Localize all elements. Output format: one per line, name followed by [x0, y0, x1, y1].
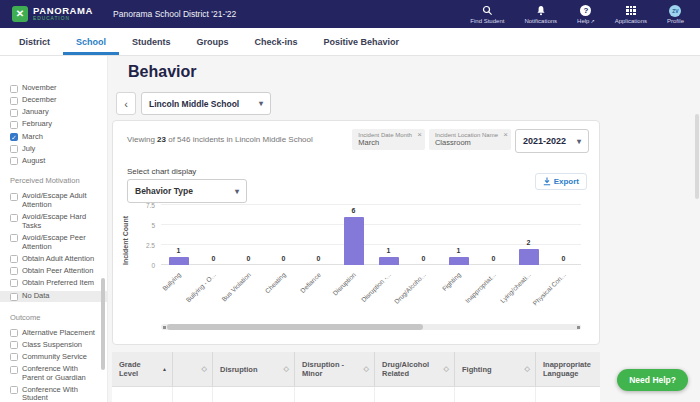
chart-horizontal-scrollbar[interactable] [161, 324, 581, 330]
close-icon[interactable]: × [417, 130, 422, 139]
notifications-button[interactable]: Notifications [524, 5, 557, 24]
filter-item-avoid-escape-peer-attention[interactable]: Avoid/Escape Peer Attention [10, 234, 101, 251]
filter-item-community-service[interactable]: Community Service [10, 353, 101, 362]
checkbox-checked[interactable]: ✓ [10, 133, 18, 141]
bar-value-label: 1 [374, 247, 404, 254]
filter-item-obtain-preferred-item[interactable]: Obtain Preferred Item [10, 279, 101, 288]
need-help-button[interactable]: Need Help? [617, 369, 688, 391]
scrollbar-handle[interactable] [167, 324, 423, 330]
checkbox[interactable] [10, 157, 18, 165]
filter-item-conference-with-parent-or-guardian[interactable]: Conference With Parent or Guardian [10, 365, 101, 382]
filter-item-february[interactable]: February [10, 120, 101, 129]
school-year-dropdown[interactable]: 2021-2022 ▾ [515, 129, 589, 153]
bar-value-label: 0 [304, 255, 334, 262]
filter-item-avoid-escape-hard-tasks[interactable]: Avoid/Escape Hard Tasks [10, 213, 101, 230]
column-header-fighting[interactable]: Fighting◇ [455, 352, 536, 386]
bar-disruption [344, 217, 364, 265]
tab-school[interactable]: School [63, 28, 119, 55]
chevron-down-icon: ▾ [259, 99, 263, 108]
bar-lying-cheati [519, 249, 539, 265]
column-header-blank[interactable]: ◇ [173, 352, 213, 386]
checkbox[interactable] [10, 97, 18, 105]
filter-item-november[interactable]: November [10, 84, 101, 93]
gridline [161, 204, 581, 205]
column-header-disruption[interactable]: Disruption◇ [213, 352, 295, 386]
download-icon [543, 177, 551, 186]
filter-chip-date-month: Incident Date Month March × [352, 129, 425, 150]
scroll-right-arrow[interactable] [577, 326, 580, 329]
checkbox[interactable] [10, 341, 18, 349]
column-label: Drug/Alcohol Related [382, 360, 442, 378]
tab-district[interactable]: District [6, 28, 63, 55]
column-label: Disruption [220, 365, 258, 374]
filter-item-label: Class Suspension [22, 341, 82, 350]
checkbox[interactable] [10, 329, 18, 337]
filter-item-avoid-escape-adult-attention[interactable]: Avoid/Escape Adult Attention [10, 192, 101, 209]
section-title-outcome: Outcome [10, 313, 101, 322]
close-icon[interactable]: × [503, 130, 508, 139]
filter-item-march[interactable]: ✓March [10, 133, 101, 142]
checkbox[interactable] [10, 353, 18, 361]
export-button[interactable]: Export [535, 173, 587, 190]
checkbox[interactable] [10, 214, 18, 222]
filter-item-conference-with-student[interactable]: Conference With Student [10, 386, 101, 402]
checkbox[interactable] [10, 234, 18, 242]
checkbox[interactable] [10, 193, 18, 201]
sort-ascending-icon: ▲ [162, 366, 167, 372]
page-body: NovemberDecemberJanuaryFebruary✓MarchJul… [0, 56, 700, 402]
tab-check-ins[interactable]: Check-ins [242, 28, 311, 55]
back-button[interactable]: ‹ [116, 92, 136, 115]
filter-item-december[interactable]: December [10, 96, 101, 105]
filter-chips-row: Incident Date Month March × Incident Loc… [352, 129, 589, 153]
help-button[interactable]: ? Help↗ [577, 5, 595, 24]
bar-value-label: 6 [339, 207, 369, 214]
filter-item-label: Obtain Peer Attention [22, 267, 93, 276]
app-window: ✕ PANORAMA EDUCATION Panorama School Dis… [0, 0, 700, 402]
school-dropdown[interactable]: Lincoln Middle School ▾ [141, 92, 271, 115]
sort-icon: ◇ [525, 365, 530, 373]
tab-positive-behavior[interactable]: Positive Behavior [311, 28, 413, 55]
main-vertical-scrollbar[interactable] [695, 114, 699, 199]
checkbox[interactable] [10, 293, 18, 301]
district-title: Panorama School District '21-'22 [113, 9, 236, 19]
profile-button[interactable]: ZV Profile [667, 5, 684, 24]
column-header-inappropriate-language[interactable]: Inappropriate Language◇ [536, 352, 600, 386]
checkbox[interactable] [10, 366, 18, 374]
filter-item-label: Conference With Parent or Guardian [22, 365, 101, 382]
checkbox[interactable] [10, 121, 18, 129]
checkbox[interactable] [10, 109, 18, 117]
filter-item-class-suspension[interactable]: Class Suspension [10, 341, 101, 350]
checkbox[interactable] [10, 267, 18, 275]
filter-item-obtain-adult-attention[interactable]: Obtain Adult Attention [10, 255, 101, 264]
table-cell [173, 387, 213, 402]
column-header-grade-level[interactable]: Grade Level▲ [112, 352, 173, 386]
bar-value-label: 0 [269, 255, 299, 262]
column-header-drug-alcohol-related[interactable]: Drug/Alcohol Related◇ [375, 352, 455, 386]
column-label: Grade Level [119, 360, 160, 378]
sidebar-scrollbar[interactable] [101, 278, 105, 370]
applications-button[interactable]: Applications [615, 5, 647, 24]
checkbox[interactable] [10, 255, 18, 263]
filter-item-obtain-peer-attention[interactable]: Obtain Peer Attention [10, 267, 101, 276]
panorama-logo[interactable]: ✕ PANORAMA EDUCATION [12, 6, 93, 22]
filter-item-august[interactable]: August [10, 157, 101, 166]
applications-label: Applications [615, 18, 647, 24]
filter-item-january[interactable]: January [10, 108, 101, 117]
find-student-button[interactable]: Find Student [470, 5, 504, 24]
checkbox[interactable] [10, 85, 18, 93]
chart-plot-area: 1Bullying0Bullying - O...0Bus Violation0… [161, 205, 581, 265]
filter-item-july[interactable]: July [10, 145, 101, 154]
checkbox[interactable] [10, 145, 18, 153]
column-header-disruption-minor[interactable]: Disruption - Minor◇ [295, 352, 375, 386]
filter-item-no-data[interactable]: No Data [0, 291, 107, 302]
gridline [161, 224, 581, 225]
scroll-left-arrow[interactable] [163, 326, 166, 329]
chart-display-dropdown[interactable]: Behavior Type ▾ [127, 179, 247, 203]
tab-groups[interactable]: Groups [184, 28, 242, 55]
school-selector-row: ‹ Lincoln Middle School ▾ [116, 92, 271, 115]
checkbox[interactable] [10, 386, 18, 394]
filter-item-alternative-placement[interactable]: Alternative Placement [10, 329, 101, 338]
checkbox[interactable] [10, 279, 18, 287]
filter-item-label: Avoid/Escape Hard Tasks [22, 213, 101, 230]
tab-students[interactable]: Students [119, 28, 184, 55]
